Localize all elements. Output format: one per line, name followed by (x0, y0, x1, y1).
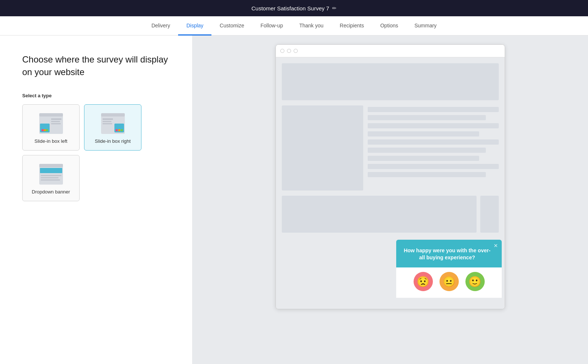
slide-right-label: Slide-in box right (95, 138, 131, 144)
type-card-slide-left[interactable]: Slide-in box left (22, 104, 80, 151)
edit-icon[interactable]: ✏ (332, 5, 337, 11)
tab-follow-up[interactable]: Follow-up (253, 17, 291, 36)
svg-rect-20 (40, 168, 62, 173)
browser-dot-1 (280, 49, 284, 53)
popup-close-button[interactable]: ✕ (494, 243, 498, 249)
svg-rect-19 (39, 164, 63, 167)
slide-left-icon (39, 112, 64, 135)
top-bar: Customer Satisfaction Survey 7 ✏ (0, 0, 588, 16)
dropdown-banner-icon (39, 163, 64, 185)
bottom-right-placeholder (480, 196, 499, 233)
emoji-sad[interactable]: 😟 (414, 272, 433, 291)
tab-thank-you[interactable]: Thank you (291, 17, 331, 36)
svg-rect-3 (51, 121, 60, 122)
text-line-6 (368, 148, 486, 153)
text-line-8 (368, 164, 499, 169)
left-panel: Choose where the survey will display on … (0, 36, 193, 364)
svg-rect-23 (41, 179, 60, 181)
type-grid: Slide-in box left (22, 104, 170, 201)
survey-question: How happy were you with the over-all buy… (396, 240, 502, 267)
emoji-neutral[interactable]: 😐 (440, 272, 459, 291)
browser-dot-3 (294, 49, 298, 53)
text-line-7 (368, 156, 479, 161)
content-text-placeholder (368, 105, 499, 191)
nav-tabs: Delivery Display Customize Follow-up Tha… (0, 16, 588, 36)
browser-dot-2 (287, 49, 291, 53)
text-line-9 (368, 172, 486, 177)
svg-rect-4 (51, 123, 61, 124)
svg-rect-1 (39, 113, 63, 117)
select-type-label: Select a type (22, 93, 170, 98)
emoji-happy[interactable]: 🙂 (465, 272, 485, 291)
popup-emojis: 😟 😐 🙂 (396, 267, 502, 298)
browser-body: ✕ How happy were you with the over-all b… (276, 57, 505, 309)
hero-placeholder (282, 63, 499, 100)
type-card-slide-right[interactable]: Slide-in box right (84, 104, 141, 151)
svg-rect-10 (101, 113, 125, 117)
slide-left-label: Slide-in box left (34, 138, 67, 144)
text-line-2 (368, 115, 486, 120)
tab-summary[interactable]: Summary (406, 17, 445, 36)
svg-rect-21 (41, 175, 61, 176)
svg-point-6 (41, 129, 44, 131)
browser-mockup: ✕ How happy were you with the over-all b… (275, 44, 505, 309)
slide-right-icon (100, 112, 126, 135)
survey-title: Customer Satisfaction Survey 7 (251, 5, 329, 11)
tab-customize[interactable]: Customize (211, 17, 252, 36)
type-card-dropdown-banner[interactable]: Dropdown banner (22, 155, 80, 201)
svg-rect-11 (103, 118, 113, 120)
svg-rect-2 (51, 118, 61, 120)
content-image-placeholder (282, 105, 363, 191)
text-line-4 (368, 131, 479, 136)
svg-point-15 (116, 129, 118, 131)
svg-point-7 (44, 129, 46, 131)
svg-point-16 (118, 129, 120, 131)
svg-point-17 (121, 129, 123, 131)
tab-display[interactable]: Display (178, 17, 211, 36)
right-panel: ✕ How happy were you with the over-all b… (193, 36, 588, 364)
dropdown-banner-label: Dropdown banner (32, 189, 70, 195)
text-line-5 (368, 139, 499, 145)
browser-bar (276, 45, 505, 57)
bottom-left-placeholder (282, 196, 477, 233)
text-line-3 (368, 123, 499, 128)
tab-delivery[interactable]: Delivery (143, 17, 178, 36)
svg-point-8 (46, 129, 48, 131)
text-line-1 (368, 107, 499, 112)
page-heading: Choose where the survey will display on … (22, 53, 170, 78)
svg-rect-13 (103, 123, 112, 124)
tab-recipients[interactable]: Recipients (332, 17, 372, 36)
main-content: Choose where the survey will display on … (0, 36, 588, 364)
survey-popup: ✕ How happy were you with the over-all b… (396, 240, 502, 298)
bottom-row (282, 196, 499, 233)
content-row (282, 105, 499, 191)
tab-options[interactable]: Options (372, 17, 406, 36)
svg-rect-12 (103, 121, 111, 122)
svg-rect-22 (41, 177, 59, 178)
